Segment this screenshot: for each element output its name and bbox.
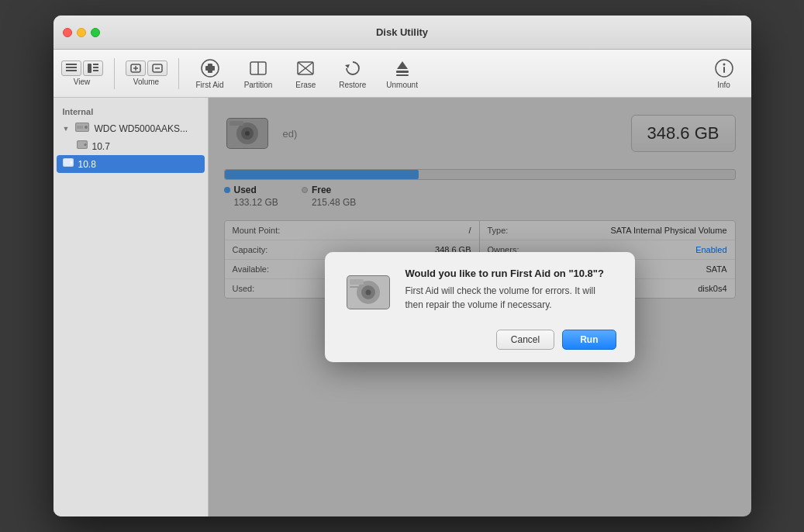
partition-button[interactable]: Partition — [238, 54, 279, 92]
erase-icon — [295, 57, 316, 79]
view-group: View — [61, 60, 103, 86]
sidebar-drive-label: WDC WD5000AAKS... — [94, 123, 188, 134]
dialog-content: Would you like to run First Aid on "10.8… — [343, 268, 616, 317]
volume-add-button[interactable] — [126, 60, 146, 76]
content-area: ed) 348.6 GB Used 133.12 GB — [209, 98, 751, 516]
sidebar-item-108[interactable]: 10.8 — [57, 155, 205, 173]
restore-label: Restore — [339, 81, 366, 89]
svg-point-35 — [70, 161, 72, 164]
toolbar-sep-1 — [114, 58, 115, 89]
sidebar-item-107[interactable]: 10.7 — [53, 137, 208, 155]
unmount-button[interactable]: Unmount — [380, 54, 424, 92]
dialog-body: First Aid will check the volume for erro… — [405, 284, 616, 312]
view-detail-button[interactable] — [83, 60, 103, 76]
dialog-overlay: Would you like to run First Aid on "10.8… — [209, 98, 751, 516]
first-aid-button[interactable]: First Aid — [190, 54, 230, 92]
titlebar: Disk Utility — [53, 16, 751, 50]
volume-icon-107 — [77, 140, 88, 153]
erase-button[interactable]: Erase — [286, 54, 325, 92]
volume-group: Volume — [126, 60, 167, 86]
partition-icon — [247, 57, 269, 79]
svg-rect-25 — [723, 67, 725, 73]
first-aid-label: First Aid — [196, 81, 224, 89]
app-window: Disk Utility View — [53, 16, 751, 516]
sidebar-107-label: 10.7 — [92, 141, 110, 152]
info-button[interactable]: Info — [705, 54, 744, 92]
unmount-label: Unmount — [386, 81, 418, 89]
expand-arrow-icon: ▼ — [63, 125, 70, 133]
volume-remove-button[interactable] — [147, 60, 167, 76]
svg-rect-29 — [77, 126, 83, 129]
restore-icon — [342, 57, 364, 79]
close-button[interactable] — [63, 28, 72, 37]
svg-point-24 — [723, 64, 725, 66]
sidebar-item-drive[interactable]: ▼ WDC WD5000AAKS... — [53, 119, 208, 137]
sidebar-108-label: 10.8 — [78, 159, 96, 170]
svg-rect-5 — [93, 67, 98, 68]
traffic-lights — [63, 28, 100, 37]
first-aid-icon — [199, 57, 221, 79]
toolbar-sep-2 — [178, 58, 179, 89]
minimize-button[interactable] — [77, 28, 86, 37]
svg-marker-20 — [345, 64, 350, 68]
info-label: Info — [717, 81, 730, 89]
window-title: Disk Utility — [376, 26, 428, 38]
toolbar: View Volume — [53, 50, 751, 98]
svg-rect-47 — [350, 279, 364, 285]
view-label: View — [74, 78, 91, 86]
svg-rect-4 — [93, 64, 98, 65]
erase-label: Erase — [295, 81, 316, 89]
svg-point-32 — [84, 143, 86, 146]
unmount-icon — [392, 57, 413, 79]
dialog-text: Would you like to run First Aid on "10.8… — [405, 268, 616, 312]
svg-rect-2 — [66, 70, 77, 71]
partition-label: Partition — [244, 81, 273, 89]
svg-rect-3 — [88, 64, 91, 73]
dialog-buttons: Cancel Run — [343, 330, 616, 350]
svg-point-46 — [365, 290, 371, 295]
volume-label: Volume — [133, 78, 159, 86]
svg-rect-6 — [93, 70, 98, 71]
maximize-button[interactable] — [91, 28, 100, 37]
svg-rect-21 — [396, 71, 409, 73]
info-icon — [713, 57, 735, 79]
dialog-disk-icon — [343, 268, 393, 317]
dialog-title: Would you like to run First Aid on "10.8… — [405, 268, 616, 279]
svg-point-28 — [85, 126, 88, 129]
restore-button[interactable]: Restore — [333, 54, 372, 92]
view-list-button[interactable] — [61, 60, 81, 76]
run-button[interactable]: Run — [562, 330, 616, 350]
svg-rect-14 — [205, 66, 215, 71]
drive-icon — [75, 122, 89, 135]
sidebar-section-internal: Internal — [53, 104, 208, 119]
volume-icon-108 — [63, 157, 74, 171]
sidebar: Internal ▼ WDC WD5000AAKS... — [53, 98, 209, 516]
main-area: Internal ▼ WDC WD5000AAKS... — [53, 98, 751, 516]
svg-rect-1 — [66, 67, 77, 68]
first-aid-dialog: Would you like to run First Aid on "10.8… — [325, 252, 635, 362]
svg-rect-0 — [66, 64, 77, 65]
svg-rect-48 — [350, 286, 361, 288]
svg-rect-22 — [396, 74, 409, 76]
cancel-button[interactable]: Cancel — [496, 330, 554, 350]
